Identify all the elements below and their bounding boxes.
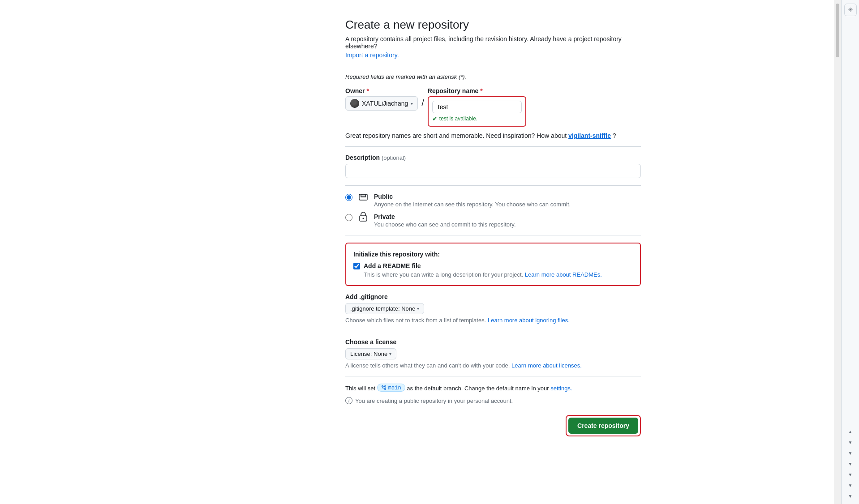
svg-rect-1 bbox=[361, 194, 365, 197]
info-icon: i bbox=[345, 397, 352, 404]
import-link[interactable]: Import a repository. bbox=[345, 51, 399, 59]
description-label: Description (optional) bbox=[345, 154, 641, 161]
create-repository-button[interactable]: Create repository bbox=[568, 418, 638, 434]
default-branch-text: This will set main as the default branch… bbox=[345, 384, 641, 392]
visibility-section: Public Anyone on the internet can see th… bbox=[345, 193, 641, 228]
owner-required-star: * bbox=[366, 87, 369, 94]
readme-checkbox[interactable] bbox=[353, 263, 360, 269]
svg-point-6 bbox=[384, 389, 386, 390]
scrollbar-thumb[interactable] bbox=[836, 4, 839, 57]
repo-name-group: Repository name * ✔ test is available. bbox=[428, 87, 526, 127]
repo-required-star: * bbox=[480, 87, 482, 94]
available-message: ✔ test is available. bbox=[432, 115, 522, 122]
gitignore-section: Add .gitignore .gitignore template: None… bbox=[345, 293, 641, 324]
divider-1 bbox=[345, 66, 641, 66]
arrow-down-5-icon[interactable]: ▼ bbox=[844, 481, 857, 490]
settings-link[interactable]: settings. bbox=[550, 385, 572, 392]
arrow-down-6-icon[interactable]: ▼ bbox=[844, 491, 857, 500]
owner-group: Owner * XATULiJiachang ▾ bbox=[345, 87, 418, 111]
license-hint: A license tells others what they can and… bbox=[345, 362, 641, 369]
avatar-image bbox=[350, 99, 359, 108]
license-dropdown[interactable]: License: None ▾ bbox=[345, 348, 396, 359]
create-btn-row: Create repository bbox=[345, 415, 641, 436]
chevron-down-icon: ▾ bbox=[411, 101, 413, 106]
license-learn-link[interactable]: Learn more about licenses. bbox=[511, 362, 582, 369]
svg-point-4 bbox=[363, 218, 364, 219]
repo-name-input[interactable] bbox=[432, 101, 522, 113]
divider-4 bbox=[345, 235, 641, 235]
right-panel: ✳ ▲ ▼ ▼ ▼ ▼ ▼ ▼ bbox=[841, 0, 859, 504]
gitignore-learn-link[interactable]: Learn more about ignoring files. bbox=[488, 317, 570, 324]
init-title: Initialize this repository with: bbox=[353, 251, 633, 258]
private-radio[interactable] bbox=[345, 214, 352, 221]
gitignore-dropdown[interactable]: .gitignore template: None ▾ bbox=[345, 303, 424, 314]
owner-label: Owner * bbox=[345, 87, 418, 94]
divider-6 bbox=[345, 376, 641, 376]
owner-select[interactable]: XATULiJiachang ▾ bbox=[345, 96, 418, 111]
readme-row: Add a README file This is where you can … bbox=[353, 262, 633, 278]
public-option: Public Anyone on the internet can see th… bbox=[345, 193, 641, 208]
public-icon bbox=[357, 191, 369, 202]
page-title: Create a new repository bbox=[345, 18, 641, 32]
scrollbar[interactable] bbox=[834, 0, 841, 504]
avatar bbox=[350, 99, 359, 108]
branch-badge: main bbox=[377, 384, 405, 392]
license-chevron-icon: ▾ bbox=[389, 351, 391, 356]
description-input[interactable] bbox=[345, 164, 641, 178]
inspiration-text: Great repository names are short and mem… bbox=[345, 132, 641, 139]
suggestion-link[interactable]: vigilant-sniffle bbox=[568, 132, 611, 139]
repo-name-highlight-box: ✔ test is available. bbox=[428, 96, 526, 127]
extensions-icon[interactable]: ✳ bbox=[844, 4, 857, 16]
public-radio[interactable] bbox=[345, 194, 352, 201]
create-btn-highlight: Create repository bbox=[566, 415, 641, 436]
check-circle-icon: ✔ bbox=[432, 115, 438, 122]
owner-repo-row: Owner * XATULiJiachang ▾ / Repository na… bbox=[345, 87, 641, 127]
repo-name-label: Repository name * bbox=[428, 87, 526, 94]
slash-separator: / bbox=[421, 87, 424, 108]
description-section: Description (optional) bbox=[345, 154, 641, 178]
public-text: Public Anyone on the internet can see th… bbox=[374, 193, 571, 208]
gitignore-hint: Choose which files not to track from a l… bbox=[345, 317, 641, 324]
optional-text: (optional) bbox=[382, 154, 406, 161]
divider-5 bbox=[345, 331, 641, 331]
divider-2 bbox=[345, 146, 641, 147]
readme-desc: This is where you can write a long descr… bbox=[364, 271, 602, 278]
svg-point-7 bbox=[384, 386, 386, 387]
required-note: Required fields are marked with an aster… bbox=[345, 73, 641, 80]
right-arrows: ▲ ▼ ▼ ▼ ▼ ▼ ▼ bbox=[844, 427, 857, 504]
form-container: Create a new repository A repository con… bbox=[336, 18, 650, 436]
arrow-down-2-icon[interactable]: ▼ bbox=[844, 448, 857, 457]
readme-text: Add a README file This is where you can … bbox=[364, 262, 602, 278]
subtitle: A repository contains all project files,… bbox=[345, 35, 641, 50]
private-text: Private You choose who can see and commi… bbox=[374, 213, 516, 228]
arrow-up-icon[interactable]: ▲ bbox=[844, 427, 857, 436]
lock-icon bbox=[357, 211, 369, 222]
arrow-down-4-icon[interactable]: ▼ bbox=[844, 470, 857, 479]
divider-3 bbox=[345, 185, 641, 186]
readme-learn-link[interactable]: Learn more about READMEs. bbox=[525, 271, 602, 278]
gitignore-chevron-icon: ▾ bbox=[417, 306, 419, 311]
arrow-down-1-icon[interactable]: ▼ bbox=[844, 438, 857, 447]
owner-name: XATULiJiachang bbox=[362, 100, 408, 107]
init-section: Initialize this repository with: Add a R… bbox=[345, 243, 641, 286]
license-section: Choose a license License: None ▾ A licen… bbox=[345, 338, 641, 369]
main-scroll[interactable]: Create a new repository A repository con… bbox=[0, 0, 834, 504]
arrow-down-3-icon[interactable]: ▼ bbox=[844, 459, 857, 468]
private-option: Private You choose who can see and commi… bbox=[345, 213, 641, 228]
public-notice: i You are creating a public repository i… bbox=[345, 397, 641, 404]
